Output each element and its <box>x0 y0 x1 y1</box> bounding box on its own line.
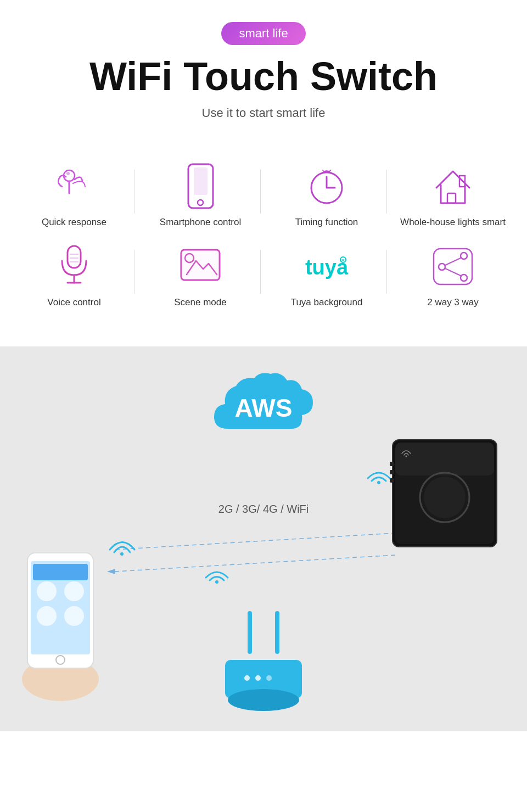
svg-rect-52 <box>390 478 394 483</box>
brand-badge: smart life <box>221 22 305 45</box>
svg-point-42 <box>64 606 84 626</box>
svg-point-53 <box>215 580 218 584</box>
feature-voice-control: Voice control <box>16 244 132 308</box>
svg-point-59 <box>244 675 250 681</box>
svg-rect-50 <box>390 462 394 466</box>
svg-rect-10 <box>68 246 81 268</box>
svg-point-49 <box>424 477 466 518</box>
wifi-switch-signal <box>365 462 393 486</box>
two-way-label: 2 way 3 way <box>427 297 479 308</box>
svg-point-61 <box>266 675 272 681</box>
svg-point-40 <box>64 581 84 601</box>
feature-quick-response: Quick response <box>16 164 132 228</box>
svg-point-25 <box>461 275 467 281</box>
touch-icon <box>52 164 96 208</box>
router-device <box>220 608 307 714</box>
svg-point-24 <box>461 253 467 259</box>
feature-whole-house: Whole-house lights smart <box>395 164 511 228</box>
features-row-2: Voice control Scene mode <box>11 244 516 308</box>
features-section: Quick response Smartphone control <box>0 159 527 346</box>
page-subtitle: Use it to start smart life <box>11 106 516 120</box>
bottom-section: AWS 2G / 3G/ 4G / WiFi <box>0 346 527 731</box>
svg-point-23 <box>439 264 445 270</box>
wifi-router-signal <box>203 561 231 585</box>
svg-text:AWS: AWS <box>235 394 293 422</box>
tuya-icon: tuya R <box>305 244 349 288</box>
timing-function-label: Timing function <box>295 217 358 228</box>
features-row-1: Quick response Smartphone control <box>11 164 516 228</box>
top-section: smart life WiFi Touch Switch Use it to s… <box>0 0 527 159</box>
feature-timing-function: Timing function <box>269 164 384 228</box>
svg-point-39 <box>37 581 57 601</box>
quick-response-label: Quick response <box>42 217 106 228</box>
image-icon <box>178 244 222 288</box>
scene-mode-label: Scene mode <box>174 297 226 308</box>
svg-line-29 <box>115 555 395 572</box>
svg-rect-18 <box>181 250 220 280</box>
house-icon <box>431 164 475 208</box>
svg-point-58 <box>228 689 299 711</box>
feature-scene-mode: Scene mode <box>143 244 258 308</box>
phone-in-hand <box>11 520 121 698</box>
smartphone-control-label: Smartphone control <box>160 217 241 228</box>
svg-rect-46 <box>395 443 494 475</box>
svg-point-33 <box>377 481 380 484</box>
svg-rect-38 <box>33 564 88 580</box>
svg-line-27 <box>445 268 461 276</box>
cloud-shape: AWS <box>206 368 321 448</box>
svg-rect-8 <box>447 193 456 203</box>
tuya-background-label: Tuya background <box>291 297 363 308</box>
svg-point-47 <box>406 456 407 457</box>
svg-text:R: R <box>341 258 345 263</box>
feature-tuya-background: tuya R Tuya background <box>269 244 384 308</box>
svg-point-1 <box>66 172 70 175</box>
connection-label: 2G / 3G/ 4G / WiFi <box>218 503 309 516</box>
phone-icon <box>178 164 222 208</box>
mic-icon <box>52 244 96 288</box>
share-icon <box>431 244 475 288</box>
page-title: WiFi Touch Switch <box>11 55 516 98</box>
clock-icon <box>305 164 349 208</box>
voice-control-label: Voice control <box>47 297 100 308</box>
touch-switch-device <box>390 434 500 563</box>
svg-point-41 <box>37 606 57 626</box>
svg-point-4 <box>198 200 203 205</box>
feature-two-way: 2 way 3 way <box>395 244 511 308</box>
aws-cloud: AWS <box>206 368 321 448</box>
svg-rect-51 <box>390 470 394 474</box>
svg-line-28 <box>115 533 395 550</box>
svg-point-60 <box>255 675 261 681</box>
svg-line-26 <box>445 258 461 265</box>
feature-smartphone-control: Smartphone control <box>143 164 258 228</box>
whole-house-label: Whole-house lights smart <box>400 217 506 228</box>
svg-rect-3 <box>194 167 208 195</box>
